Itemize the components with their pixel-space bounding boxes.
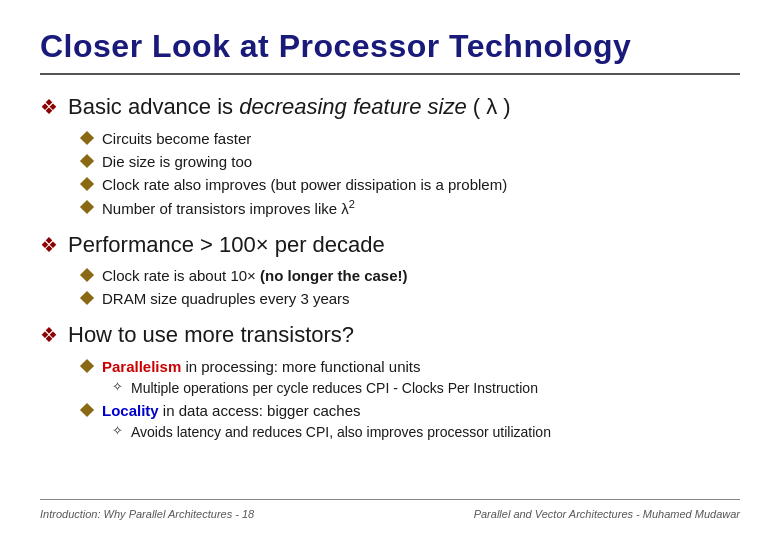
slide-title: Closer Look at Processor Technology — [40, 28, 740, 65]
sub-bullet-text-2-1: Clock rate is about 10× (no longer the c… — [102, 265, 408, 286]
diamond-icon-1-3 — [80, 177, 94, 191]
title-divider — [40, 73, 740, 75]
diamond-icon-1-4 — [80, 200, 94, 214]
sub-sub-bullet-text-3-2-1: Avoids latency and reduces CPI, also imp… — [131, 423, 551, 443]
diamond-icon-3-1 — [80, 359, 94, 373]
arrow-icon-3-1-1: ✧ — [112, 379, 123, 395]
sub-bullet-1-4: Number of transistors improves like λ2 — [82, 197, 740, 219]
sub-bullet-text-1-2: Die size is growing too — [102, 151, 252, 172]
main-bullet-2: ❖ Performance > 100× per decade — [40, 231, 740, 260]
sub-sub-bullets-3-1: ✧ Multiple operations per cycle reduces … — [112, 379, 740, 399]
main-bullet-text-1: Basic advance is decreasing feature size… — [68, 93, 511, 122]
footer-right: Parallel and Vector Architectures - Muha… — [474, 508, 740, 520]
diamond-icon-1-2 — [80, 154, 94, 168]
diamond-icon-1-1 — [80, 131, 94, 145]
main-bullet-3: ❖ How to use more transistors? — [40, 321, 740, 350]
sub-bullet-2-1: Clock rate is about 10× (no longer the c… — [82, 265, 740, 286]
main-bullet-text-2: Performance > 100× per decade — [68, 231, 385, 260]
diamond-icon-3-2 — [80, 403, 94, 417]
sub-bullet-text-3-1: Parallelism in processing: more function… — [102, 356, 421, 377]
sub-sub-bullet-3-2-1: ✧ Avoids latency and reduces CPI, also i… — [112, 423, 740, 443]
diamond-icon-2-1 — [80, 268, 94, 282]
sub-bullet-text-1-4: Number of transistors improves like λ2 — [102, 197, 355, 219]
sub-bullet-text-3-2: Locality in data access: bigger caches — [102, 400, 360, 421]
content-area: ❖ Basic advance is decreasing feature si… — [40, 89, 740, 499]
sub-bullet-1-1: Circuits become faster — [82, 128, 740, 149]
parallelism-label: Parallelism — [102, 358, 181, 375]
diamond-icon-2-2 — [80, 291, 94, 305]
sub-bullets-3: Parallelism in processing: more function… — [82, 356, 740, 445]
main-bullet-icon-2: ❖ — [40, 233, 58, 257]
main-bullet-icon-1: ❖ — [40, 95, 58, 119]
main-bullet-1: ❖ Basic advance is decreasing feature si… — [40, 93, 740, 122]
sub-bullet-1-3: Clock rate also improves (but power diss… — [82, 174, 740, 195]
slide: Closer Look at Processor Technology ❖ Ba… — [0, 0, 780, 540]
sub-sub-bullets-3-2: ✧ Avoids latency and reduces CPI, also i… — [112, 423, 740, 443]
sub-bullets-2: Clock rate is about 10× (no longer the c… — [82, 265, 740, 311]
sub-bullet-text-1-3: Clock rate also improves (but power diss… — [102, 174, 507, 195]
arrow-icon-3-2-1: ✧ — [112, 423, 123, 439]
sub-bullet-3-1: Parallelism in processing: more function… — [82, 356, 740, 377]
sub-sub-bullet-3-1-1: ✧ Multiple operations per cycle reduces … — [112, 379, 740, 399]
locality-label: Locality — [102, 402, 159, 419]
sub-bullet-2-2: DRAM size quadruples every 3 years — [82, 288, 740, 309]
sub-bullet-3-2: Locality in data access: bigger caches — [82, 400, 740, 421]
sub-bullet-text-1-1: Circuits become faster — [102, 128, 251, 149]
sub-bullet-text-2-2: DRAM size quadruples every 3 years — [102, 288, 350, 309]
sub-sub-bullet-text-3-1-1: Multiple operations per cycle reduces CP… — [131, 379, 538, 399]
main-bullet-icon-3: ❖ — [40, 323, 58, 347]
sub-bullets-1: Circuits become faster Die size is growi… — [82, 128, 740, 221]
sub-bullet-1-2: Die size is growing too — [82, 151, 740, 172]
slide-footer: Introduction: Why Parallel Architectures… — [40, 499, 740, 520]
main-bullet-text-3: How to use more transistors? — [68, 321, 354, 350]
footer-left: Introduction: Why Parallel Architectures… — [40, 508, 254, 520]
